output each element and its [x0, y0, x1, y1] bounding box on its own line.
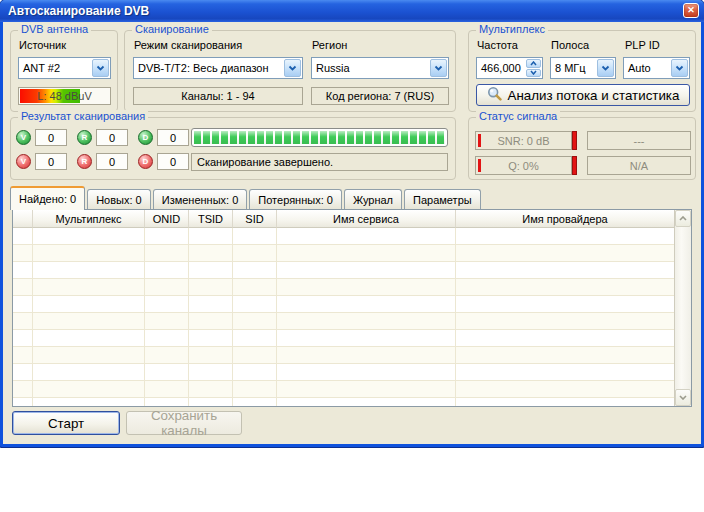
group-dvb-antenna-legend: DVB антенна — [18, 23, 91, 35]
table-row — [13, 245, 674, 262]
table-cell — [233, 381, 277, 398]
column-header-icon[interactable] — [13, 210, 33, 228]
title-bar[interactable]: Автосканирование DVB ✕ — [0, 0, 704, 22]
table-cell — [33, 313, 145, 330]
snr-field: SNR: 0 dB — [475, 131, 572, 150]
table-cell — [456, 296, 674, 313]
table-cell — [233, 279, 277, 296]
table-row — [13, 364, 674, 381]
table-cell — [456, 245, 674, 262]
frequency-spinner[interactable]: 466,000 — [476, 57, 543, 79]
scroll-down-icon[interactable] — [675, 389, 691, 406]
table-cell — [145, 330, 189, 347]
table-cell — [233, 228, 277, 245]
column-header-sid[interactable]: SID — [233, 210, 277, 228]
radio-found-icon: R — [77, 130, 92, 145]
chevron-down-icon — [430, 59, 447, 77]
vertical-scrollbar[interactable] — [674, 210, 691, 406]
close-button[interactable]: ✕ — [683, 3, 699, 18]
group-multiplex: Мультиплекс Частота Полоса PLP ID 466,00… — [468, 30, 696, 112]
scan-mode-label: Режим сканирования — [134, 39, 242, 51]
scan-mode-combobox[interactable]: DVB-T/T2: Весь диапазон — [133, 57, 303, 79]
plp-id-combobox[interactable]: Auto — [623, 57, 690, 79]
column-header-tsid[interactable]: TSID — [189, 210, 233, 228]
data-failed-count: 0 — [157, 153, 189, 170]
quality-extra-field: N/A — [587, 156, 691, 175]
tab-changed[interactable]: Измененных: 0 — [153, 189, 248, 209]
antenna-source-combobox[interactable]: ANT #2 — [18, 57, 111, 79]
table-cell — [233, 364, 277, 381]
spin-down-button[interactable] — [526, 69, 541, 78]
table-cell — [33, 347, 145, 364]
video-failed-count: 0 — [35, 153, 67, 170]
table-cell — [456, 330, 674, 347]
tab-found[interactable]: Найдено: 0 — [10, 186, 85, 210]
table-cell — [233, 313, 277, 330]
table-cell — [277, 279, 456, 296]
group-signal-status-legend: Статус сигнала — [476, 110, 560, 122]
scroll-up-icon[interactable] — [675, 210, 691, 227]
signal-level-meter: L: 48 dBuV — [18, 87, 111, 105]
table-cell — [233, 347, 277, 364]
table-row — [13, 228, 674, 245]
table-row — [13, 279, 674, 296]
table-cell — [277, 245, 456, 262]
group-signal-status: Статус сигнала SNR: 0 dB --- Q: 0% N/A — [468, 117, 696, 180]
chevron-down-icon — [92, 59, 109, 77]
table-cell — [145, 313, 189, 330]
table-row — [13, 347, 674, 364]
scan-progressbar — [191, 128, 448, 147]
start-button[interactable]: Старт — [12, 411, 120, 435]
save-channels-button[interactable]: Сохранить каналы — [126, 411, 242, 435]
table-cell — [277, 398, 456, 406]
column-header-multiplex[interactable]: Мультиплекс — [33, 210, 145, 228]
bandwidth-label: Полоса — [551, 39, 589, 51]
table-cell — [189, 279, 233, 296]
table-cell — [33, 296, 145, 313]
table-cell — [189, 381, 233, 398]
channels-range-field: Каналы: 1 - 94 — [133, 87, 303, 105]
video-found-count: 0 — [35, 129, 67, 146]
table-row — [13, 381, 674, 398]
table-cell — [189, 245, 233, 262]
table-cell — [233, 296, 277, 313]
table-cell — [456, 381, 674, 398]
group-multiplex-legend: Мультиплекс — [476, 23, 548, 35]
table-cell — [189, 313, 233, 330]
radio-failed-count: 0 — [96, 153, 128, 170]
data-found-icon: D — [138, 130, 153, 145]
table-cell — [13, 381, 33, 398]
video-failed-icon: V — [16, 154, 31, 169]
bandwidth-value: 8 МГц — [551, 62, 596, 74]
table-cell — [145, 228, 189, 245]
quality-field: Q: 0% — [475, 156, 572, 175]
table-body — [13, 228, 674, 406]
tab-lost[interactable]: Потерянных: 0 — [249, 189, 342, 209]
bandwidth-combobox[interactable]: 8 МГц — [550, 57, 616, 79]
table-row — [13, 398, 674, 406]
frequency-value: 466,000 — [477, 58, 525, 78]
signal-level-text: L: 48 dBuV — [19, 88, 110, 104]
analyze-stream-button[interactable]: Анализ потока и статистика — [476, 84, 690, 106]
table-cell — [277, 296, 456, 313]
column-header-service-name[interactable]: Имя сервиса — [277, 210, 456, 228]
tab-new[interactable]: Новых: 0 — [87, 189, 151, 209]
dialog-window: Автосканирование DVB ✕ DVB антенна Источ… — [0, 0, 704, 447]
region-code-field: Код региона: 7 (RUS) — [311, 87, 449, 105]
table-cell — [13, 347, 33, 364]
table-cell — [233, 262, 277, 279]
table-cell — [456, 262, 674, 279]
table-cell — [145, 262, 189, 279]
column-header-provider-name[interactable]: Имя провайдера — [456, 210, 674, 228]
region-combobox[interactable]: Russia — [311, 57, 449, 79]
spin-up-button[interactable] — [526, 59, 541, 68]
column-header-onid[interactable]: ONID — [145, 210, 189, 228]
table-cell — [456, 313, 674, 330]
table-cell — [456, 347, 674, 364]
tab-log[interactable]: Журнал — [344, 189, 402, 209]
table-cell — [33, 381, 145, 398]
tab-parameters[interactable]: Параметры — [404, 189, 481, 209]
table-cell — [145, 398, 189, 406]
red-bar-icon — [572, 156, 577, 175]
data-failed-icon: D — [138, 154, 153, 169]
